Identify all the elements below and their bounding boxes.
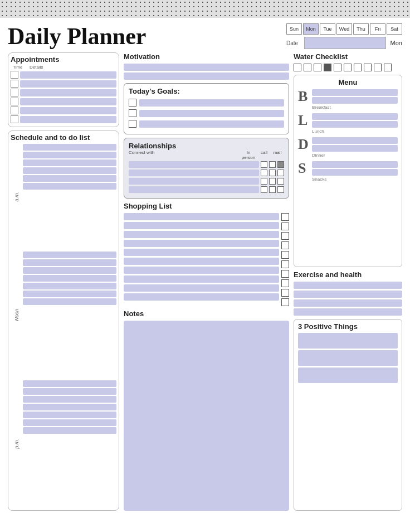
day-thu[interactable]: Thu xyxy=(353,23,369,35)
shop-line xyxy=(124,284,279,292)
menu-label-s: Snacks xyxy=(312,177,398,182)
menu-line xyxy=(312,89,398,96)
date-value: Mon xyxy=(391,40,402,46)
relationships-section: Relationships Connect with In person cal… xyxy=(124,138,289,199)
apt-line xyxy=(20,107,116,114)
rel-cb-mail[interactable] xyxy=(277,170,284,176)
goals-title: Today's Goals: xyxy=(129,87,284,95)
sched-line xyxy=(23,175,116,182)
notes-section: Notes xyxy=(124,309,289,511)
day-sun[interactable]: Sun xyxy=(286,23,302,35)
rel-cb-call[interactable] xyxy=(269,161,276,168)
page: Daily Planner Sun Mon Tue Wed Thu Fri Sa… xyxy=(0,18,410,532)
exercise-title: Exercise and health xyxy=(294,270,402,279)
rel-cb-call[interactable] xyxy=(269,186,276,193)
goal-line xyxy=(139,110,284,117)
sched-line xyxy=(23,259,116,266)
water-box-4[interactable] xyxy=(324,64,331,71)
apt-checkbox[interactable] xyxy=(11,71,18,79)
ex-line xyxy=(294,308,402,316)
shop-checkbox[interactable] xyxy=(281,270,289,278)
water-box-7[interactable] xyxy=(354,64,362,71)
date-field[interactable] xyxy=(304,37,386,49)
shop-line xyxy=(124,240,279,247)
day-wed[interactable]: Wed xyxy=(336,23,352,35)
pm-lines xyxy=(23,379,116,508)
rel-cb-call[interactable] xyxy=(269,170,276,176)
sched-line xyxy=(23,152,116,158)
rel-cb-inperson[interactable] xyxy=(261,186,267,193)
dotted-header xyxy=(0,0,410,18)
rel-cb-mail[interactable] xyxy=(277,186,284,193)
apt-checkbox[interactable] xyxy=(11,107,18,114)
schedule-title: Schedule and to do list xyxy=(11,133,116,142)
rel-cb-mail[interactable] xyxy=(277,178,284,185)
apt-checkbox[interactable] xyxy=(11,80,18,88)
notes-box[interactable] xyxy=(124,321,289,511)
apt-headers: Time Details xyxy=(11,65,116,70)
apt-checkbox[interactable] xyxy=(11,115,18,123)
mot-line xyxy=(124,72,289,80)
goal-checkbox[interactable] xyxy=(129,99,136,107)
rel-checkboxes xyxy=(261,186,284,193)
water-box-3[interactable] xyxy=(314,64,321,71)
date-area: Sun Mon Tue Wed Thu Fri Sat Date Mon xyxy=(286,23,402,49)
apt-checkbox[interactable] xyxy=(11,89,18,96)
apt-row xyxy=(11,89,116,96)
water-box-9[interactable] xyxy=(374,64,382,71)
apt-checkbox[interactable] xyxy=(11,98,18,105)
apt-line xyxy=(20,98,116,105)
shop-line xyxy=(124,231,279,238)
water-box-5[interactable] xyxy=(334,64,341,71)
shop-checkbox[interactable] xyxy=(281,289,289,297)
motivation-section: Motivation xyxy=(124,52,289,80)
water-box-1[interactable] xyxy=(294,64,301,71)
rel-cb-inperson[interactable] xyxy=(261,170,267,176)
sched-line xyxy=(23,252,116,258)
shop-checkbox[interactable] xyxy=(281,251,289,259)
shop-line xyxy=(124,293,279,301)
sched-line xyxy=(23,388,116,395)
shop-checkbox[interactable] xyxy=(281,213,289,221)
rel-checkboxes xyxy=(261,170,284,176)
water-box-6[interactable] xyxy=(344,64,352,71)
menu-right-d: Dinner xyxy=(312,137,398,158)
water-box-8[interactable] xyxy=(364,64,372,71)
goal-checkbox[interactable] xyxy=(129,109,136,117)
shop-checkbox[interactable] xyxy=(281,260,289,268)
apt-details-header: Details xyxy=(30,65,116,70)
left-column: Appointments Time Details Schedule and t… xyxy=(8,52,119,511)
shop-checkbox[interactable] xyxy=(281,298,289,306)
shop-line xyxy=(124,213,279,220)
menu-label-l: Lunch xyxy=(312,129,398,134)
pos-line xyxy=(298,367,398,383)
notes-title: Notes xyxy=(124,309,289,318)
day-sat[interactable]: Sat xyxy=(387,23,402,35)
pm-block: p.m. xyxy=(11,379,116,508)
water-box-2[interactable] xyxy=(304,64,311,71)
date-label: Date xyxy=(286,40,302,46)
shop-checkbox[interactable] xyxy=(281,241,289,249)
menu-letter-s: S xyxy=(298,161,310,176)
apt-time-header: Time xyxy=(13,65,30,70)
day-boxes: Sun Mon Tue Wed Thu Fri Sat xyxy=(286,23,402,35)
positive-title: 3 Positive Things xyxy=(298,322,398,331)
rel-cb-inperson[interactable] xyxy=(261,178,267,185)
day-mon[interactable]: Mon xyxy=(303,23,319,35)
rel-row xyxy=(129,178,284,185)
rel-cb-mail[interactable] xyxy=(277,161,284,168)
water-box-10[interactable] xyxy=(384,64,392,71)
goal-line xyxy=(139,120,284,128)
goal-checkbox[interactable] xyxy=(129,120,136,128)
sched-line xyxy=(23,419,116,426)
shop-checkbox[interactable] xyxy=(281,232,289,240)
shop-checkbox[interactable] xyxy=(281,279,289,287)
exercise-lines xyxy=(294,282,402,316)
shop-checkbox[interactable] xyxy=(281,223,289,230)
rel-cb-inperson[interactable] xyxy=(261,161,267,168)
day-fri[interactable]: Fri xyxy=(370,23,385,35)
rel-cb-call[interactable] xyxy=(269,178,276,185)
day-tue[interactable]: Tue xyxy=(320,23,335,35)
shop-line xyxy=(124,249,279,256)
am-block: a.m. xyxy=(11,143,116,250)
